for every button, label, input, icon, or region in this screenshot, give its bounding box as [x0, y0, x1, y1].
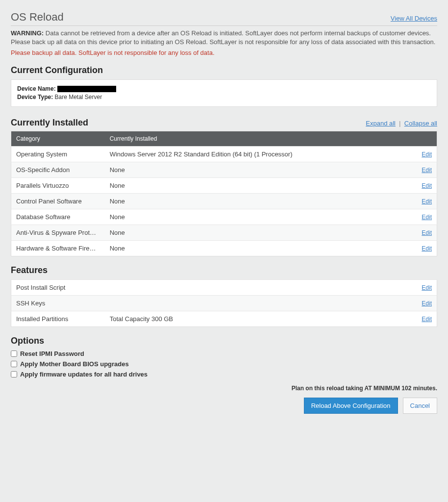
- cancel-button[interactable]: Cancel: [403, 398, 437, 414]
- option-checkbox[interactable]: [11, 361, 17, 367]
- separator: |: [399, 120, 400, 127]
- cell-category: Anti-Virus & Spyware Protection: [16, 229, 100, 236]
- cell-value: Windows Server 2012 R2 Standard Edition …: [105, 146, 408, 162]
- option-row: Apply Mother Board BIOS upgrades: [11, 360, 437, 368]
- edit-link[interactable]: Edit: [422, 214, 432, 221]
- page-title: OS Reload: [11, 11, 64, 24]
- th-installed: Currently Installed: [105, 131, 408, 146]
- option-label: Apply firmware updates for all hard driv…: [20, 371, 148, 378]
- option-checkbox[interactable]: [11, 351, 17, 357]
- view-all-devices-link[interactable]: View All Devices: [391, 15, 437, 22]
- edit-link[interactable]: Edit: [422, 284, 432, 291]
- device-type-label: Device Type:: [17, 94, 53, 100]
- cell-value: None: [105, 177, 408, 193]
- cell-value: None: [105, 209, 408, 225]
- cell-value: None: [105, 162, 408, 177]
- device-type-value: Bare Metal Server: [55, 94, 102, 100]
- warning-text: Data cannot be retrieved from a device a…: [11, 29, 435, 46]
- cell-category: Parallels Virtuozzo: [16, 182, 100, 189]
- reload-button[interactable]: Reload Above Configuration: [304, 398, 398, 414]
- cell-category: OS-Specific Addon: [16, 166, 100, 174]
- table-row: Post Install ScriptEdit: [11, 279, 437, 295]
- currently-installed-title: Currently Installed: [11, 118, 88, 128]
- cell-value: [105, 279, 408, 295]
- option-checkbox[interactable]: [11, 371, 17, 377]
- edit-link[interactable]: Edit: [422, 300, 432, 307]
- cell-category: Control Panel Software: [16, 198, 100, 205]
- cell-category: Installed Partitions: [11, 311, 105, 326]
- plan-note: Plan on this reload taking AT MINIMUM 10…: [11, 385, 437, 392]
- current-config-title: Current Configuration: [11, 65, 437, 75]
- cell-value: [105, 295, 408, 311]
- edit-link[interactable]: Edit: [422, 182, 432, 189]
- cell-category: Post Install Script: [11, 279, 105, 295]
- edit-link[interactable]: Edit: [422, 245, 432, 252]
- cell-value: None: [105, 240, 408, 256]
- edit-link[interactable]: Edit: [422, 229, 432, 236]
- cell-category: Operating System: [16, 151, 100, 158]
- option-label: Apply Mother Board BIOS upgrades: [20, 360, 129, 368]
- cell-category: Hardware & Software Firewalls: [16, 245, 100, 252]
- table-row: Installed PartitionsTotal Capacity 300 G…: [11, 311, 437, 326]
- device-name-label: Device Name:: [17, 85, 56, 92]
- option-row: Apply firmware updates for all hard driv…: [11, 371, 437, 378]
- table-row: SSH KeysEdit: [11, 295, 437, 311]
- table-row: Database SoftwareNoneEdit: [11, 209, 437, 225]
- table-row: OS-Specific AddonNoneEdit: [11, 162, 437, 177]
- cell-value: None: [105, 225, 408, 240]
- warning-block: WARNING: Data cannot be retrieved from a…: [11, 29, 437, 46]
- table-row: Hardware & Software FirewallsNoneEdit: [11, 240, 437, 256]
- cell-value: None: [105, 193, 408, 209]
- edit-link[interactable]: Edit: [422, 151, 432, 158]
- table-row: Operating SystemWindows Server 2012 R2 S…: [11, 146, 437, 162]
- edit-link[interactable]: Edit: [422, 198, 432, 205]
- options-list: Reset IPMI PasswordApply Mother Board BI…: [11, 350, 437, 378]
- expand-all-link[interactable]: Expand all: [366, 120, 396, 127]
- option-label: Reset IPMI Password: [20, 350, 84, 357]
- table-row: Anti-Virus & Spyware ProtectionNoneEdit: [11, 225, 437, 240]
- table-row: Parallels VirtuozzoNoneEdit: [11, 177, 437, 193]
- backup-warning: Please backup all data. SoftLayer is not…: [11, 49, 437, 56]
- cell-value: Total Capacity 300 GB: [105, 311, 408, 326]
- device-name-redacted: [57, 86, 116, 92]
- features-title: Features: [11, 265, 437, 276]
- current-config-box: Device Name: Device Type: Bare Metal Ser…: [11, 79, 437, 107]
- cell-category: Database Software: [16, 213, 100, 221]
- table-row: Control Panel SoftwareNoneEdit: [11, 193, 437, 209]
- options-title: Options: [11, 336, 437, 346]
- th-category: Category: [11, 131, 105, 146]
- features-table: Post Install ScriptEditSSH KeysEditInsta…: [11, 279, 437, 327]
- collapse-all-link[interactable]: Collapse all: [404, 120, 437, 127]
- cell-category: SSH Keys: [11, 295, 105, 311]
- option-row: Reset IPMI Password: [11, 350, 437, 357]
- edit-link[interactable]: Edit: [422, 316, 432, 323]
- currently-installed-table: Category Currently Installed Operating S…: [11, 131, 437, 256]
- warning-label: WARNING:: [11, 29, 44, 37]
- edit-link[interactable]: Edit: [422, 167, 432, 174]
